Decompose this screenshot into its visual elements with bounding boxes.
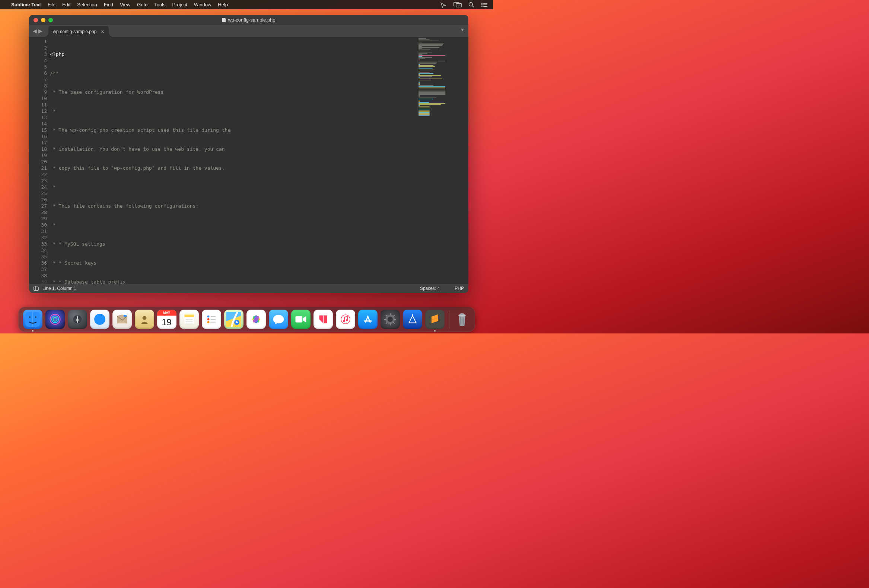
svg-point-26 (207, 318, 209, 320)
reminders-app-icon[interactable] (202, 310, 221, 329)
contacts-app-icon[interactable] (135, 310, 154, 329)
calendar-app-icon[interactable]: MAY 19 (157, 310, 176, 329)
syntax-mode[interactable]: PHP (455, 286, 464, 291)
macos-menubar: Sublime Text File Edit Selection Find Vi… (0, 0, 493, 9)
code-content[interactable]: <?php /** * The base configuration for W… (50, 37, 416, 284)
window-title: wp-config-sample.php (228, 17, 275, 23)
svg-point-15 (53, 317, 56, 321)
nav-forward-icon[interactable]: ▶ (39, 28, 43, 34)
mail-app-icon[interactable] (113, 310, 132, 329)
maps-app-icon[interactable] (224, 310, 243, 329)
menu-view[interactable]: View (120, 2, 130, 7)
svg-rect-21 (184, 314, 194, 317)
facetime-app-icon[interactable] (291, 310, 310, 329)
line-number-gutter: 1234567891011121314151617181920212223242… (29, 37, 50, 284)
svg-line-51 (393, 315, 394, 316)
status-bar: Line 1, Column 1 Spaces: 4 PHP (29, 284, 469, 293)
nav-back-icon[interactable]: ◀ (33, 28, 37, 34)
cursor-status-icon[interactable] (440, 2, 447, 8)
indentation-setting[interactable]: Spaces: 4 (420, 286, 440, 291)
code-editor[interactable]: 1234567891011121314151617181920212223242… (29, 37, 416, 284)
menu-goto[interactable]: Goto (137, 2, 147, 7)
svg-line-50 (393, 322, 394, 324)
tab-overflow-icon[interactable]: ▼ (460, 27, 465, 33)
menu-selection[interactable]: Selection (77, 2, 97, 7)
svg-rect-5 (483, 3, 487, 4)
svg-rect-7 (483, 4, 487, 5)
svg-line-52 (386, 322, 387, 324)
svg-point-44 (387, 317, 392, 322)
music-app-icon[interactable] (336, 310, 355, 329)
siri-app-icon[interactable] (45, 310, 65, 329)
svg-point-41 (346, 319, 348, 321)
finder-app-icon[interactable] (23, 310, 43, 329)
svg-point-39 (341, 315, 350, 324)
svg-line-49 (386, 315, 387, 316)
spotlight-search-icon[interactable] (469, 2, 475, 8)
menu-file[interactable]: File (47, 2, 55, 7)
screen-mirror-icon[interactable] (454, 2, 462, 7)
svg-point-2 (469, 2, 473, 6)
menu-find[interactable]: Find (104, 2, 113, 7)
xcode-app-icon[interactable] (403, 310, 422, 329)
control-center-icon[interactable] (481, 2, 488, 7)
svg-point-17 (94, 314, 105, 325)
tab-label: wp-config-sample.php (53, 29, 96, 34)
svg-point-11 (29, 316, 31, 318)
photos-app-icon[interactable] (246, 310, 266, 329)
menu-tools[interactable]: Tools (154, 2, 165, 7)
svg-point-6 (481, 4, 482, 5)
svg-rect-0 (454, 2, 459, 6)
safari-app-icon[interactable] (90, 310, 110, 329)
sidebar-toggle-icon[interactable] (34, 287, 39, 291)
sublime-text-app-icon[interactable] (425, 310, 445, 329)
cursor-position: Line 1, Column 1 (43, 286, 76, 291)
tab-close-icon[interactable]: × (101, 29, 104, 35)
window-minimize-button[interactable] (41, 18, 45, 22)
svg-rect-54 (460, 313, 464, 315)
svg-point-8 (481, 6, 482, 7)
svg-point-4 (481, 3, 482, 4)
menu-help[interactable]: Help (218, 2, 228, 7)
messages-app-icon[interactable] (269, 310, 288, 329)
macos-dock: MAY 19 (18, 307, 475, 332)
svg-rect-18 (124, 315, 127, 317)
appstore-app-icon[interactable] (358, 310, 378, 329)
notes-app-icon[interactable] (179, 310, 199, 329)
menu-edit[interactable]: Edit (62, 2, 70, 7)
svg-point-40 (343, 320, 344, 322)
dock-divider (449, 310, 449, 328)
minimap[interactable] (416, 37, 469, 284)
menu-window[interactable]: Window (194, 2, 211, 7)
svg-point-14 (51, 316, 58, 323)
svg-point-25 (207, 315, 209, 317)
file-tab[interactable]: wp-config-sample.php × (48, 26, 109, 37)
svg-rect-38 (295, 316, 303, 323)
app-name-menu[interactable]: Sublime Text (11, 2, 41, 7)
window-close-button[interactable] (34, 18, 38, 22)
svg-point-27 (207, 321, 209, 323)
window-zoom-button[interactable] (48, 18, 53, 22)
svg-point-12 (35, 316, 37, 318)
news-app-icon[interactable] (313, 310, 333, 329)
settings-app-icon[interactable] (381, 310, 400, 329)
calendar-month: MAY (157, 310, 176, 315)
file-icon (222, 18, 225, 22)
editor-window: wp-config-sample.php ◀ ▶ wp-config-sampl… (29, 15, 469, 293)
svg-line-3 (472, 6, 474, 7)
svg-point-19 (142, 316, 146, 320)
svg-rect-1 (456, 3, 461, 7)
menu-project[interactable]: Project (172, 2, 187, 7)
tab-bar: ◀ ▶ wp-config-sample.php × ▼ (29, 25, 469, 37)
window-titlebar[interactable]: wp-config-sample.php (29, 15, 469, 25)
calendar-day: 19 (157, 315, 176, 329)
svg-rect-9 (483, 6, 487, 7)
launchpad-app-icon[interactable] (68, 310, 87, 329)
trash-icon[interactable] (454, 310, 470, 329)
